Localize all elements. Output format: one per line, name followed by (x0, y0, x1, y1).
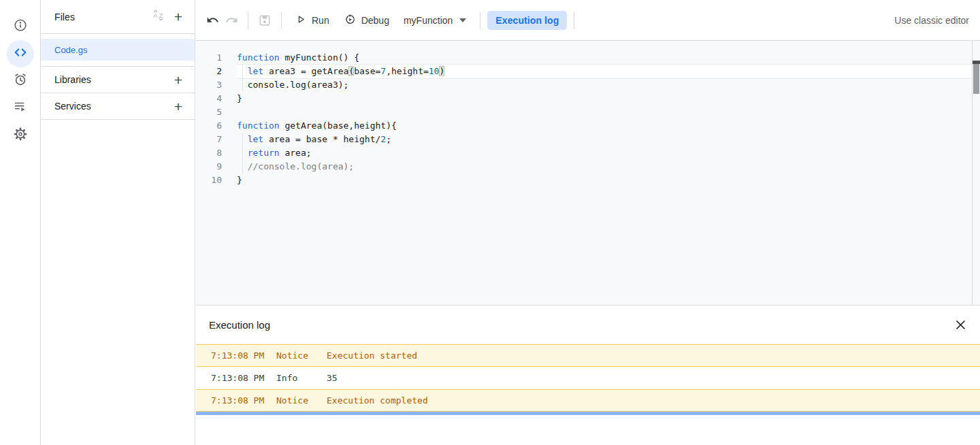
code-line[interactable]: 7 let area = base * height/2; (196, 133, 972, 146)
debug-icon (344, 14, 356, 27)
function-selector-value: myFunction (404, 15, 453, 26)
section-label: Libraries (54, 74, 91, 85)
use-classic-editor-link[interactable]: Use classic editor (894, 15, 969, 26)
play-icon (296, 14, 306, 27)
toolbar-divider (281, 12, 282, 29)
code-text: let area = base * height/2; (237, 133, 972, 146)
debug-button-label: Debug (361, 15, 389, 26)
icon-rail (0, 0, 41, 445)
line-number: 1 (196, 51, 237, 65)
main-area: Run Debug myFunction Execution log Use c… (196, 0, 980, 445)
log-level: Notice (276, 350, 327, 361)
file-item[interactable]: Code.gs (41, 39, 195, 61)
code-icon (13, 45, 28, 63)
executions-icon (13, 99, 28, 117)
line-number: 3 (196, 78, 237, 92)
undo-button[interactable] (203, 11, 222, 30)
execution-log-header: Execution log (196, 306, 980, 344)
code-text: function getArea(base,height){ (237, 119, 972, 133)
execution-log-button[interactable]: Execution log (487, 11, 567, 30)
log-message: Execution completed (327, 395, 980, 406)
info-icon (13, 18, 28, 35)
execution-log-rows: 7:13:08 PMNoticeExecution started7:13:08… (196, 344, 980, 412)
line-number: 9 (196, 160, 237, 174)
sidebar-section-libraries[interactable]: Libraries+ (41, 67, 195, 93)
log-entry: 7:13:08 PMNoticeExecution completed (196, 389, 980, 412)
editor-toolbar: Run Debug myFunction Execution log Use c… (196, 0, 980, 41)
redo-button[interactable] (222, 11, 241, 30)
sidebar-item-overview[interactable] (7, 13, 34, 40)
code-text: //console.log(area); (237, 160, 972, 174)
log-level: Notice (276, 395, 327, 406)
add-services-icon[interactable]: + (174, 99, 182, 114)
line-number: 7 (196, 133, 237, 146)
code-line[interactable]: 1function myFunction() { (196, 51, 972, 65)
alarm-clock-icon (13, 72, 28, 90)
svg-text:Z: Z (159, 12, 163, 19)
svg-text:A: A (153, 12, 158, 19)
line-number: 10 (196, 174, 237, 187)
line-number: 5 (196, 105, 237, 119)
code-line[interactable]: 5 (196, 105, 972, 119)
close-icon[interactable] (951, 316, 969, 334)
run-button-label: Run (312, 15, 329, 26)
toolbar-divider (574, 12, 574, 29)
execution-log-title: Execution log (209, 319, 270, 331)
sidebar-item-triggers[interactable] (7, 67, 34, 95)
sidebar-section-services[interactable]: Services+ (41, 93, 195, 120)
run-button[interactable]: Run (289, 8, 337, 33)
line-number: 4 (196, 92, 237, 105)
code-line[interactable]: 8 return area; (196, 146, 972, 160)
add-file-icon[interactable]: + (174, 10, 182, 24)
az-sort-icon[interactable]: A Z (152, 9, 165, 24)
code-editor[interactable]: 1function myFunction() {2 let area3 = ge… (196, 41, 980, 305)
code-text: } (237, 92, 972, 105)
code-text: } (237, 174, 972, 187)
code-text: console.log(area3); (237, 78, 972, 92)
debug-button[interactable]: Debug (337, 8, 397, 33)
log-level: Info (276, 373, 327, 383)
code-text: let area3 = getArea(base=7,height=10) (237, 65, 972, 78)
add-libraries-icon[interactable]: + (174, 73, 182, 87)
code-line[interactable]: 2 let area3 = getArea(base=7,height=10) (196, 65, 972, 78)
files-panel: Files A Z + Code.gs Libraries+Services+ (41, 0, 195, 445)
code-text (237, 105, 972, 119)
files-panel-title: Files (54, 12, 75, 22)
sidebar-item-settings[interactable] (7, 122, 34, 149)
execution-log-panel: Execution log 7:13:08 PMNoticeExecution … (196, 305, 980, 445)
code-line[interactable]: 3 console.log(area3); (196, 78, 972, 92)
sidebar-item-editor[interactable] (7, 40, 34, 67)
sidebar-item-executions[interactable] (7, 95, 34, 122)
gear-icon (13, 127, 28, 144)
file-list: Code.gs (41, 34, 195, 67)
log-message: Execution started (327, 350, 980, 361)
line-number: 8 (196, 146, 237, 160)
log-entry: 7:13:08 PMInfo35 (196, 367, 980, 389)
editor-scrollbar[interactable] (972, 41, 980, 305)
line-number: 6 (196, 119, 237, 133)
code-text: return area; (237, 146, 972, 160)
files-panel-header: Files A Z + (41, 0, 195, 34)
code-line[interactable]: 6function getArea(base,height){ (196, 119, 972, 133)
toolbar-divider (248, 12, 248, 29)
code-line[interactable]: 10} (196, 174, 972, 187)
line-number: 2 (196, 65, 237, 78)
log-entry: 7:13:08 PMNoticeExecution started (196, 344, 980, 367)
log-time: 7:13:08 PM (211, 373, 276, 383)
panel-resize-handle[interactable] (196, 412, 980, 415)
chevron-down-icon (459, 18, 466, 22)
save-button[interactable] (255, 11, 274, 30)
toolbar-divider (480, 12, 480, 29)
scrollbar-thumb[interactable] (973, 64, 979, 94)
code-text: function myFunction() { (237, 51, 972, 65)
code-line[interactable]: 9 //console.log(area); (196, 160, 972, 174)
section-label: Services (54, 101, 91, 112)
log-time: 7:13:08 PM (211, 395, 276, 406)
function-selector[interactable]: myFunction (397, 8, 473, 33)
log-time: 7:13:08 PM (211, 350, 276, 361)
code-lines: 1function myFunction() {2 let area3 = ge… (196, 41, 972, 305)
code-line[interactable]: 4} (196, 92, 972, 105)
log-message: 35 (327, 373, 980, 383)
